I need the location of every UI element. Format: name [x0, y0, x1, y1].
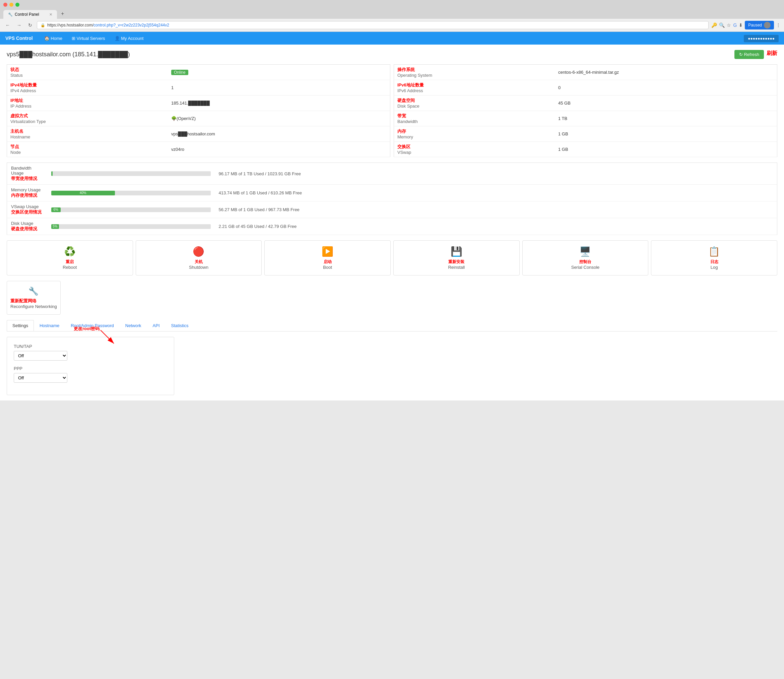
tun-tap-select[interactable]: Off On: [14, 351, 67, 361]
bandwidth-usage-label: Bandwidth Usage: [11, 166, 43, 175]
more-menu-button[interactable]: ⋮: [776, 22, 781, 28]
shutdown-icon: 🔴: [139, 246, 258, 257]
close-traffic-light[interactable]: [3, 3, 7, 7]
vswap-progress-bg: 6%: [51, 208, 211, 212]
lock-icon: 🔒: [41, 23, 45, 28]
bandwidth-usage-cn: 带宽使用情况: [11, 175, 43, 181]
bandwidth-label: Bandwidth: [397, 119, 418, 124]
vswap-usage-label: VSwap Usage: [11, 204, 43, 209]
nav-virtual-servers[interactable]: ⊞ Virtual Servers: [67, 32, 110, 45]
refresh-button[interactable]: ↻ Refresh: [734, 50, 764, 59]
console-cn-label: 控制台: [579, 259, 591, 265]
disk-usage-cn: 硬盘使用情况: [11, 226, 43, 232]
key-icon: 🔑: [711, 22, 717, 28]
url-path: control.php?_v=r2w2z223v2p2j554q244v2: [94, 23, 169, 28]
ip-value: 185.141.███████: [168, 95, 390, 111]
table-row: 内存 Memory 1 GB: [394, 126, 777, 142]
table-row: IPv4地址数量 IPv4 Address 1: [7, 80, 390, 95]
paused-label: Paused: [748, 23, 762, 28]
disk-label: Disk Space: [397, 103, 420, 109]
cn-hostname: 主机名: [10, 129, 23, 134]
table-row: 主机名 Hostname vps███hostsailor.com: [7, 126, 390, 142]
cn-status: 状态: [10, 67, 19, 72]
bandwidth-value: 1 TB: [555, 111, 777, 126]
reinstall-button[interactable]: 💾 重新安装 Reinstall: [394, 240, 520, 275]
console-button[interactable]: 🖥️ 控制台 Serial Console: [522, 240, 649, 275]
search-icon[interactable]: 🔍: [719, 22, 725, 28]
bandwidth-progress-fill: [51, 171, 53, 176]
log-button[interactable]: 📋 日志 Log: [651, 240, 777, 275]
cn-disk: 硬盘空间: [397, 98, 415, 103]
reconfig-row: 🔧 重新配置网络 Reconfigure Networking: [7, 281, 777, 315]
table-row: 带宽 Bandwidth 1 TB: [394, 111, 777, 126]
shutdown-button[interactable]: 🔴 关机 Shutdown: [136, 240, 262, 275]
table-row: IPv6地址数量 IPv6 Address 0: [394, 80, 777, 95]
tab-hostname[interactable]: Hostname: [34, 320, 65, 331]
back-button[interactable]: ←: [3, 22, 12, 28]
right-info-table: 操作系统 Operating System centos-6-x86_64-mi…: [394, 64, 777, 157]
new-tab-button[interactable]: +: [58, 9, 67, 19]
tab-favicon: 🔧: [8, 13, 13, 17]
memory-usage-label: Memory Usage: [11, 187, 43, 192]
os-label: Operating System: [397, 73, 432, 78]
tab-api[interactable]: API: [147, 320, 166, 331]
maximize-traffic-light[interactable]: [16, 3, 19, 7]
browser-chrome: 🔧 Control Panel ✕ +: [0, 0, 784, 19]
memory-usage-detail: 413.74 MB of 1 GB Used / 610.26 MB Free: [215, 185, 777, 202]
tab-bar: 🔧 Control Panel ✕ +: [3, 9, 781, 19]
node-label: Node: [10, 150, 21, 155]
log-icon: 📋: [655, 246, 774, 257]
reboot-label: Reboot: [10, 265, 129, 270]
shutdown-cn-label: 关机: [195, 259, 203, 265]
bandwidth-progress-bg: [51, 171, 211, 176]
table-row: 操作系统 Operating System centos-6-x86_64-mi…: [394, 65, 777, 80]
disk-progress-bg: 5%: [51, 224, 211, 229]
traffic-lights: [3, 3, 781, 7]
left-info-table: 状态 Status Online IPv4地址数量 IPv4 Address 1…: [7, 64, 390, 157]
server-title-text: vps5███hostsailor.com (185.141.███████): [7, 51, 130, 58]
reinstall-icon: 💾: [397, 246, 516, 257]
boot-button[interactable]: ▶️ 启动 Boot: [264, 240, 390, 275]
virt-value: 🌳(OpenVZ): [168, 111, 390, 126]
bandwidth-usage-detail: 96.17 MB of 1 TB Used / 1023.91 GB Free: [215, 163, 777, 185]
memory-value: 1 GB: [555, 126, 777, 142]
cn-memory: 内存: [397, 129, 406, 134]
nav-my-account[interactable]: 👤 My Account: [110, 32, 148, 45]
tab-close-button[interactable]: ✕: [49, 13, 52, 17]
ppp-select[interactable]: Off On: [14, 373, 67, 383]
hostname-label: Hostname: [10, 135, 30, 139]
tab-settings[interactable]: Settings: [7, 320, 34, 331]
refresh-area: ↻ Refresh 刷新: [734, 50, 777, 59]
reconfig-networking-button[interactable]: 🔧 重新配置网络 Reconfigure Networking: [7, 281, 61, 315]
log-label: Log: [655, 265, 774, 270]
bookmark-icon[interactable]: ☆: [727, 22, 731, 28]
active-browser-tab[interactable]: 🔧 Control Panel ✕: [3, 10, 57, 19]
refresh-cn-label: 刷新: [767, 50, 777, 57]
memory-usage-cn: 内存使用情况: [11, 192, 43, 199]
cn-ipv4: IPv4地址数量: [10, 83, 37, 88]
main-content: vps5███hostsailor.com (185.141.███████) …: [0, 45, 784, 401]
svg-text:更改root密码: 更改root密码: [74, 327, 100, 331]
forward-button[interactable]: →: [15, 22, 23, 28]
google-icon: G: [733, 22, 737, 28]
ip-label: IP Address: [10, 103, 31, 109]
reboot-cn-label: 重启: [66, 259, 74, 265]
nav-home[interactable]: 🏠 Home: [39, 32, 67, 45]
vswap-value: 1 GB: [555, 142, 777, 157]
reboot-button[interactable]: ♻️ 重启 Reboot: [7, 240, 133, 275]
action-grid: ♻️ 重启 Reboot 🔴 关机 Shutdown ▶️ 启动 Boot 💾 …: [7, 240, 777, 275]
address-bar[interactable]: 🔒 https://vps.hostsailor.com/control.php…: [37, 21, 709, 29]
tab-statistics[interactable]: Statistics: [166, 320, 194, 331]
cn-vswap: 交换区: [397, 144, 411, 149]
user-badge[interactable]: ●●●●●●●●●●●: [744, 35, 779, 42]
minimize-traffic-light[interactable]: [9, 3, 13, 7]
ipv6-value: 0: [555, 80, 777, 95]
browser-refresh-button[interactable]: ↻: [26, 22, 34, 28]
bandwidth-usage-row: Bandwidth Usage 带宽使用情况 96.17 MB of 1 TB …: [7, 163, 777, 185]
ppp-group: PPP Off On: [14, 366, 167, 383]
download-icon[interactable]: ⬇: [739, 22, 743, 28]
table-row: 虚拟方式 Virtualization Type 🌳(OpenVZ): [7, 111, 390, 126]
cn-bw: 带宽: [397, 113, 406, 118]
paused-badge[interactable]: Paused: [745, 21, 774, 30]
vswap-usage-row: VSwap Usage 交换区使用情况 6% 56.27 MB of 1 GB …: [7, 202, 777, 218]
